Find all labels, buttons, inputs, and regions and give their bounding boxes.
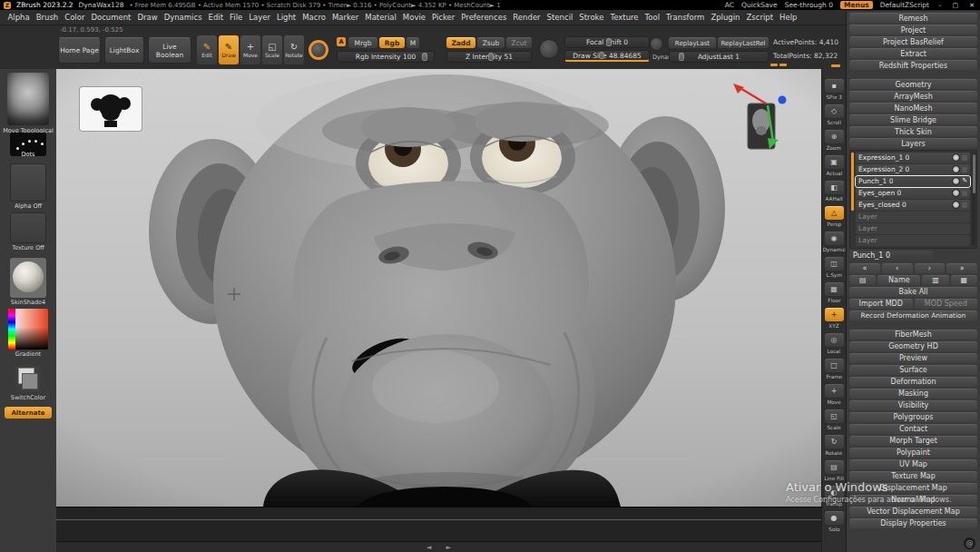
menu-item[interactable]: Zscript [743, 13, 777, 22]
layer-row-empty[interactable]: Layer [856, 212, 970, 222]
canvas-shelf-button[interactable]: ▣ Actual [824, 155, 845, 176]
stroke-curve-icon[interactable] [539, 39, 559, 59]
canvas-shelf-button[interactable]: ◉ Dynamic [824, 232, 845, 252]
layer-visibility-icon[interactable] [952, 189, 960, 197]
canvas-shelf-button[interactable]: + Move [824, 384, 845, 405]
color-picker[interactable] [8, 309, 48, 350]
layers-subpalette-header[interactable]: Layers [849, 138, 977, 148]
move-mode-button[interactable]: + Move [240, 35, 260, 64]
subpalette-header[interactable]: Vector Displacement Map [849, 507, 977, 517]
canvas-shelf-button[interactable]: ↻ Rotate [824, 435, 845, 456]
subpalette-header[interactable]: Polypaint [849, 448, 977, 458]
draw-size-slider[interactable]: Draw Size 48.84685 [564, 50, 650, 62]
menu-item[interactable]: Layer [246, 13, 274, 22]
canvas-shelf-button[interactable]: ◎ Local [824, 333, 845, 354]
menu-item[interactable]: Preferences [458, 13, 510, 22]
document-thumbnail[interactable] [80, 87, 142, 131]
menu-item[interactable]: Render [510, 13, 544, 22]
layer-row-empty[interactable]: Layer [856, 223, 970, 234]
canvas-shelf-button[interactable]: ◫ L.Sym [824, 257, 845, 278]
menu-item[interactable]: Macro [299, 13, 329, 22]
layer-nav-button[interactable]: ‹ [882, 263, 913, 273]
rgb-intensity-slider[interactable]: Rgb Intensity 100 [337, 51, 435, 63]
menu-item[interactable]: Texture [607, 13, 642, 22]
subpalette-header[interactable]: Geometry [849, 79, 977, 89]
layer-nav-button[interactable]: « [849, 263, 880, 273]
menu-item[interactable]: Dynamics [161, 13, 205, 22]
m-button[interactable]: M [407, 37, 419, 48]
canvas-shelf-button[interactable]: ● Solo [824, 511, 845, 532]
titlebar-toggle[interactable]: AC [725, 1, 734, 9]
live-boolean-button[interactable]: Live Boolean [148, 37, 191, 64]
menu-item[interactable]: Document [88, 13, 134, 22]
scroll-left-icon[interactable]: ◄ [426, 543, 431, 552]
menu-item[interactable]: Help [777, 13, 800, 22]
menu-item[interactable]: Movie [399, 13, 428, 22]
layer-row[interactable]: Eyes_open 0 [856, 188, 970, 199]
scroll-right-icon[interactable]: ► [446, 543, 451, 552]
menus-button[interactable]: Menus [840, 1, 873, 9]
minimize-button[interactable]: – [936, 2, 944, 9]
menu-item[interactable]: Edit [205, 13, 226, 22]
titlebar-toggle[interactable]: QuickSave [741, 1, 778, 9]
subpalette-header[interactable]: Geometry HD [849, 341, 977, 351]
scale-mode-button[interactable]: ◱ Scale [262, 35, 282, 64]
alternate-button[interactable]: Alternate [5, 407, 52, 419]
layer-row[interactable]: Expression_2 0 [856, 164, 970, 175]
monkey-sculpt[interactable] [56, 69, 821, 507]
maximize-button[interactable]: ▢ [951, 2, 961, 9]
adjust-last-slider[interactable]: AdjustLast 1 [669, 51, 769, 63]
subpalette-header[interactable]: Contact [849, 424, 977, 434]
menu-item[interactable]: Alpha [5, 13, 33, 22]
menu-item[interactable]: Stroke [576, 13, 607, 22]
menu-item[interactable]: Brush [33, 13, 62, 22]
subpalette-header[interactable]: Thick Skin [849, 126, 977, 136]
default-zscript-button[interactable]: DefaultZScript [880, 1, 929, 9]
canvas-shelf-button[interactable]: + XYZ [824, 308, 845, 329]
layer-intensity-icon[interactable] [962, 202, 967, 208]
canvas-scrollbar[interactable]: ◄ ► [56, 541, 821, 552]
layer-intensity-icon[interactable] [962, 167, 967, 172]
brush-preview-icon[interactable] [309, 40, 328, 60]
tool-action-button[interactable]: Extract [849, 48, 977, 58]
layer-duplicate-button[interactable]: ▥ [922, 275, 948, 285]
rotate-mode-button[interactable]: ↻ Rotate [284, 35, 304, 64]
axis-gizmo[interactable] [724, 78, 808, 156]
edit-mode-button[interactable]: ✎ Edit [197, 35, 217, 64]
dynamic-mode-icon[interactable] [650, 37, 663, 51]
zadd-button[interactable]: Zadd [446, 37, 475, 48]
layer-visibility-icon[interactable] [952, 165, 960, 173]
menu-item[interactable]: Tool [642, 13, 663, 22]
z-intensity-slider[interactable]: Z Intensity 51 [446, 51, 532, 63]
corner-badge-icon[interactable]: @ [964, 537, 975, 549]
zcut-button[interactable]: Zcut [506, 37, 532, 48]
layer-intensity-icon[interactable] [962, 191, 967, 196]
menu-item[interactable]: Material [362, 13, 400, 22]
layer-visibility-icon[interactable] [952, 177, 960, 185]
canvas-shelf-button[interactable]: △ Persp [824, 206, 845, 227]
home-page-button[interactable]: Home Page [58, 37, 101, 64]
layer-nav-button[interactable]: › [915, 263, 946, 273]
canvas-shelf-button[interactable]: ▤ Line Fill [824, 460, 845, 481]
subpalette-header[interactable]: Morph Target [849, 436, 977, 446]
menu-item[interactable]: Stencil [544, 13, 576, 22]
titlebar-toggle[interactable]: See-through 0 [785, 1, 833, 9]
subpalette-header[interactable]: ArrayMesh [849, 91, 977, 101]
layer-intensity-icon[interactable] [962, 155, 967, 161]
subpalette-header[interactable]: Display Properties [849, 518, 977, 528]
zsub-button[interactable]: Zsub [477, 37, 505, 48]
bake-all-button[interactable]: Bake All [849, 287, 977, 297]
subpalette-header[interactable]: Normal Map [849, 495, 977, 505]
hue-strip[interactable] [8, 309, 15, 350]
canvas-shelf-button[interactable]: ▦ Floor [824, 282, 845, 303]
record-deformation-button[interactable]: Record Deformation Animation [849, 310, 977, 320]
menu-item[interactable]: Light [273, 13, 299, 22]
texture-thumbnail[interactable] [10, 212, 46, 243]
layer-row[interactable]: Eyes_closed 0 [856, 200, 970, 211]
lightbox-button[interactable]: LightBox [104, 37, 144, 64]
layer-visibility-icon[interactable] [952, 201, 960, 209]
focal-shift-slider[interactable]: Focal Shift 0 [564, 36, 650, 48]
canvas-shelf-button[interactable]: ▪ SPix 3 [824, 79, 845, 100]
material-thumbnail[interactable] [10, 258, 46, 298]
replay-last-rel-button[interactable]: ReplayLastRel [718, 37, 769, 48]
